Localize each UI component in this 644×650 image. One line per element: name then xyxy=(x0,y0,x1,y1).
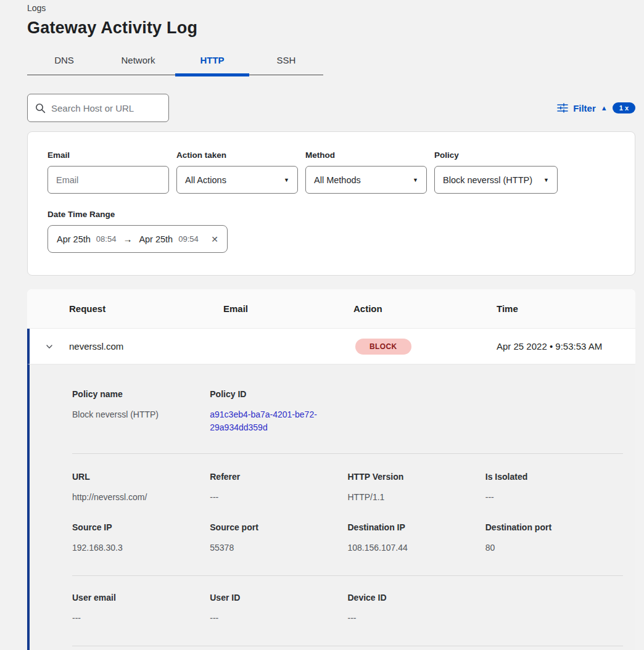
destination-ip-field: Destination IP 108.156.107.44 xyxy=(348,522,485,554)
user-email-field: User email --- xyxy=(72,593,210,625)
device-id-field: Device ID --- xyxy=(348,593,485,625)
collapse-caret-icon: ▲ xyxy=(601,104,608,112)
policy-name-field: Policy name Block neverssl (HTTP) xyxy=(72,389,210,434)
date-time-range-label: Date Time Range xyxy=(47,210,615,219)
policy-id-link[interactable]: a91c3eb4-ba7a-4201-be72-29a934dd359d xyxy=(210,408,333,434)
column-header-request: Request xyxy=(69,303,223,314)
filter-panel: Email Action taken All Actions ▼ Method … xyxy=(27,131,635,276)
referer-value: --- xyxy=(210,491,347,504)
search-input[interactable] xyxy=(51,103,174,113)
url-label: URL xyxy=(72,472,210,482)
breadcrumb: Logs xyxy=(27,0,635,13)
tab-http[interactable]: HTTP xyxy=(175,47,249,75)
user-id-label: User ID xyxy=(210,593,347,603)
source-ip-label: Source IP xyxy=(72,522,210,532)
chevron-down-icon xyxy=(44,342,54,352)
chevron-down-icon: ▼ xyxy=(413,177,418,183)
policy-select[interactable]: Block neverssl (HTTP) ▼ xyxy=(434,166,558,194)
device-id-label: Device ID xyxy=(348,593,485,603)
tab-network[interactable]: Network xyxy=(101,47,175,75)
destination-port-label: Destination port xyxy=(485,522,623,532)
source-ip-field: Source IP 192.168.30.3 xyxy=(72,522,210,554)
email-input[interactable] xyxy=(56,175,160,185)
policy-id-field: Policy ID a91c3eb4-ba7a-4201-be72-29a934… xyxy=(210,389,347,434)
filter-toggle[interactable]: Filter ▲ 1 x xyxy=(557,102,635,113)
user-id-field: User ID --- xyxy=(210,593,347,625)
block-status-badge: BLOCK xyxy=(355,339,411,355)
action-cell: BLOCK xyxy=(353,339,497,355)
column-header-email: Email xyxy=(223,303,353,314)
action-taken-value: All Actions xyxy=(185,175,226,185)
source-port-value: 55378 xyxy=(210,541,347,554)
end-time: 09:54 xyxy=(178,234,199,244)
http-version-label: HTTP Version xyxy=(348,472,485,482)
email-input-wrap[interactable] xyxy=(47,166,169,194)
http-version-field: HTTP Version HTTP/1.1 xyxy=(348,472,485,504)
network-section: Source IP 192.168.30.3 Source port 55378… xyxy=(72,522,623,554)
time-cell: Apr 25 2022 • 9:53:53 AM xyxy=(497,341,635,352)
source-port-field: Source port 55378 xyxy=(210,522,347,554)
search-box[interactable] xyxy=(27,94,169,122)
table-row[interactable]: neverssl.com BLOCK Apr 25 2022 • 9:53:53… xyxy=(27,329,635,364)
policy-id-label: Policy ID xyxy=(210,389,347,399)
is-isolated-value: --- xyxy=(485,491,623,504)
column-header-time: Time xyxy=(497,303,635,314)
clear-date-range-icon[interactable]: ✕ xyxy=(211,234,218,244)
tab-bar: DNS Network HTTP SSH xyxy=(27,47,323,75)
policy-name-value: Block neverssl (HTTP) xyxy=(72,408,210,421)
source-ip-value: 192.168.30.3 xyxy=(72,541,210,554)
chevron-down-icon: ▼ xyxy=(543,177,549,183)
expanded-row-detail: Policy name Block neverssl (HTTP) Policy… xyxy=(27,364,635,650)
section-divider xyxy=(72,575,623,576)
action-taken-field: Action taken All Actions ▼ xyxy=(176,150,298,194)
section-divider xyxy=(72,453,623,454)
row-expander[interactable] xyxy=(30,342,69,352)
request-cell: neverssl.com xyxy=(69,341,223,352)
active-tab-indicator xyxy=(175,73,249,76)
page-title: Gateway Activity Log xyxy=(27,19,635,38)
email-field: Email xyxy=(47,150,169,194)
page-container: Logs Gateway Activity Log DNS Network HT… xyxy=(27,0,635,650)
toolbar: Filter ▲ 1 x xyxy=(27,94,635,122)
action-taken-select[interactable]: All Actions ▼ xyxy=(176,166,298,194)
referer-label: Referer xyxy=(210,472,347,482)
user-email-label: User email xyxy=(72,593,210,603)
user-id-value: --- xyxy=(210,612,347,625)
policy-label: Policy xyxy=(434,150,558,160)
device-id-value: --- xyxy=(348,612,485,625)
column-header-action: Action xyxy=(353,303,497,314)
http-version-value: HTTP/1.1 xyxy=(348,491,485,504)
date-range-picker[interactable]: Apr 25th 08:54 → Apr 25th 09:54 ✕ xyxy=(47,225,228,253)
tab-ssh[interactable]: SSH xyxy=(249,47,323,75)
search-icon xyxy=(35,103,46,113)
table-header-row: Request Email Action Time xyxy=(27,289,635,329)
chevron-down-icon: ▼ xyxy=(284,177,289,183)
filter-count-badge[interactable]: 1 x xyxy=(613,102,635,113)
arrow-right-icon: → xyxy=(122,234,133,244)
destination-ip-label: Destination IP xyxy=(348,522,485,532)
tab-dns[interactable]: DNS xyxy=(27,47,101,75)
http-section: URL http://neverssl.com/ Referer --- HTT… xyxy=(72,472,623,504)
url-field: URL http://neverssl.com/ xyxy=(72,472,210,504)
policy-name-label: Policy name xyxy=(72,389,210,399)
action-taken-label: Action taken xyxy=(176,150,298,160)
url-value: http://neverssl.com/ xyxy=(72,491,210,504)
policy-section: Policy name Block neverssl (HTTP) Policy… xyxy=(72,389,623,434)
method-field: Method All Methods ▼ xyxy=(305,150,427,194)
filter-label: Filter xyxy=(573,103,596,113)
destination-port-field: Destination port 80 xyxy=(485,522,623,554)
filter-icon xyxy=(557,103,568,113)
email-label: Email xyxy=(47,150,169,160)
start-date: Apr 25th xyxy=(57,234,91,244)
destination-port-value: 80 xyxy=(485,541,623,554)
end-date: Apr 25th xyxy=(139,234,173,244)
source-port-label: Source port xyxy=(210,522,347,532)
policy-field: Policy Block neverssl (HTTP) ▼ xyxy=(434,150,558,194)
destination-ip-value: 108.156.107.44 xyxy=(348,541,485,554)
log-table: Request Email Action Time neverssl.com B… xyxy=(27,289,635,650)
user-email-value: --- xyxy=(72,612,210,625)
start-time: 08:54 xyxy=(96,234,117,244)
method-select[interactable]: All Methods ▼ xyxy=(305,166,427,194)
referer-field: Referer --- xyxy=(210,472,347,504)
method-value: All Methods xyxy=(314,175,361,185)
